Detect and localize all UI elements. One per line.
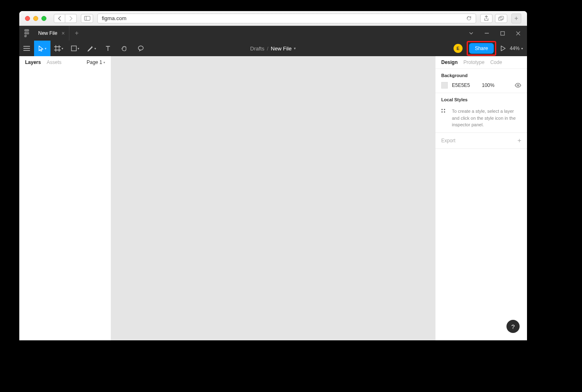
new-tab-button[interactable]: + <box>511 14 521 23</box>
minimize-window-button[interactable] <box>33 16 38 21</box>
page-selector[interactable]: Page 1 ▾ <box>87 59 105 65</box>
right-panel-tabs: Design Prototype Code <box>435 56 527 69</box>
background-section: Background E5E5E5 100% <box>435 69 527 93</box>
background-opacity[interactable]: 100% <box>482 82 495 88</box>
user-avatar[interactable]: E <box>454 44 463 53</box>
page-label: Page 1 <box>87 59 102 65</box>
new-file-tab-button[interactable]: + <box>69 30 84 37</box>
main-area: Layers Assets Page 1 ▾ Design Prototype … <box>19 56 527 340</box>
export-label: Export <box>441 138 456 144</box>
svg-point-16 <box>442 109 443 110</box>
sidebar-toggle-button[interactable] <box>81 14 93 23</box>
svg-rect-0 <box>84 16 90 21</box>
svg-rect-3 <box>500 16 504 19</box>
background-row: E5E5E5 100% <box>441 82 521 89</box>
filename-chevron-icon[interactable]: ▾ <box>294 46 296 50</box>
browser-right-buttons <box>480 14 507 23</box>
shape-tool[interactable]: ▾ <box>67 41 83 56</box>
browser-window: figma.com + New File × + <box>19 11 527 340</box>
svg-point-18 <box>442 112 443 113</box>
tab-assets[interactable]: Assets <box>47 59 62 65</box>
svg-point-17 <box>444 109 445 110</box>
minimize-icon[interactable] <box>483 29 491 37</box>
tab-layers[interactable]: Layers <box>25 59 41 65</box>
frame-tool[interactable]: ▾ <box>50 41 67 56</box>
address-bar[interactable]: figma.com <box>97 14 476 23</box>
left-panel: Layers Assets Page 1 ▾ <box>19 56 111 340</box>
local-styles-title: Local Styles <box>441 97 521 102</box>
close-icon[interactable] <box>514 29 522 37</box>
back-button[interactable] <box>54 14 65 23</box>
tab-design[interactable]: Design <box>441 59 458 65</box>
figma-logo-icon[interactable] <box>19 26 34 41</box>
forward-button[interactable] <box>65 14 77 23</box>
help-button[interactable]: ? <box>506 320 520 333</box>
browser-chrome: figma.com + <box>19 11 527 26</box>
text-tool[interactable] <box>100 41 116 56</box>
file-tab-label: New File <box>38 30 57 36</box>
left-panel-tabs: Layers Assets Page 1 ▾ <box>19 56 111 68</box>
svg-rect-14 <box>71 46 76 51</box>
maximize-window-button[interactable] <box>41 16 46 21</box>
close-tab-icon[interactable]: × <box>62 30 65 36</box>
url-text: figma.com <box>102 15 126 21</box>
hand-tool[interactable] <box>116 41 133 56</box>
canvas[interactable] <box>111 56 435 340</box>
share-button-highlight: Share <box>467 41 496 56</box>
visibility-toggle-icon[interactable] <box>515 83 521 88</box>
zoom-chevron-icon: ▾ <box>521 47 523 50</box>
file-tab[interactable]: New File × <box>34 26 69 41</box>
app-tab-bar: New File × + <box>19 26 527 41</box>
maximize-icon[interactable] <box>498 29 506 37</box>
tab-prototype[interactable]: Prototype <box>463 59 484 65</box>
svg-point-15 <box>517 84 519 86</box>
reload-icon[interactable] <box>466 16 472 21</box>
traffic-lights <box>25 16 46 21</box>
nav-button-group <box>54 14 77 23</box>
present-button[interactable] <box>500 46 506 51</box>
share-button[interactable]: Share <box>469 43 494 54</box>
tab-code[interactable]: Code <box>490 59 502 65</box>
svg-point-19 <box>444 112 445 113</box>
chevron-down-icon[interactable] <box>467 29 475 37</box>
comment-tool[interactable] <box>133 41 149 56</box>
styles-grid-icon <box>441 109 447 114</box>
background-swatch[interactable] <box>441 82 448 89</box>
add-export-button[interactable]: + <box>518 137 521 144</box>
breadcrumb-separator: / <box>267 46 268 52</box>
local-styles-section: Local Styles To create a style, select a… <box>435 93 527 133</box>
move-tool[interactable]: ▾ <box>34 41 50 56</box>
window-controls <box>467 29 527 37</box>
breadcrumb-filename[interactable]: New File <box>271 46 292 52</box>
export-section: Export + <box>435 133 527 149</box>
breadcrumb: Drafts / New File ▾ <box>250 46 296 52</box>
tabs-browser-button[interactable] <box>495 14 507 23</box>
close-window-button[interactable] <box>25 16 30 21</box>
zoom-control[interactable]: 44% ▾ <box>510 46 523 51</box>
background-title: Background <box>441 73 521 78</box>
share-browser-button[interactable] <box>480 14 493 23</box>
breadcrumb-drafts[interactable]: Drafts <box>250 46 265 52</box>
main-menu-button[interactable] <box>19 41 34 56</box>
svg-rect-6 <box>501 32 504 35</box>
page-chevron-icon: ▾ <box>103 61 105 64</box>
svg-rect-2 <box>499 17 502 21</box>
zoom-value: 44% <box>510 46 520 51</box>
toolbar-right: E Share 44% ▾ <box>454 41 527 56</box>
background-hex[interactable]: E5E5E5 <box>452 82 474 88</box>
toolbar: ▾ ▾ ▾ ▾ Drafts / New File ▾ <box>19 41 527 56</box>
svg-point-4 <box>27 32 29 34</box>
right-panel: Design Prototype Code Background E5E5E5 … <box>435 56 527 340</box>
pen-tool[interactable]: ▾ <box>83 41 100 56</box>
local-styles-hint: To create a style, select a layer and cl… <box>452 108 521 128</box>
